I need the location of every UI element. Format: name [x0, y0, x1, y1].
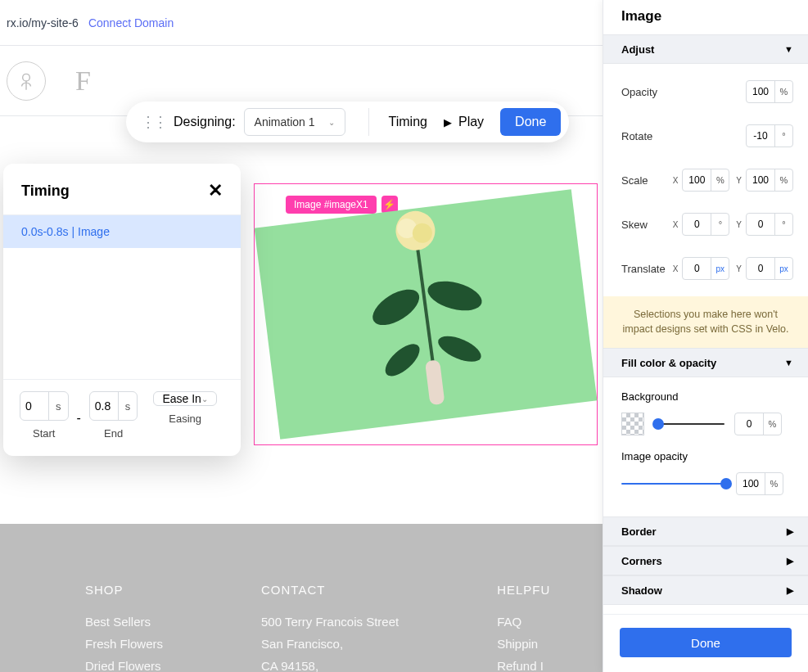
- element-tag[interactable]: Image #imageX1: [286, 196, 377, 214]
- drag-handle-icon[interactable]: ⋮⋮: [141, 113, 165, 131]
- range-dash: -: [77, 411, 81, 426]
- inspector-done-button[interactable]: Done: [620, 628, 792, 657]
- background-opacity-slider[interactable]: [654, 423, 724, 425]
- svg-point-0: [23, 74, 30, 81]
- x-label: X: [673, 264, 679, 273]
- velo-notice: Selections you make here won't impact de…: [603, 296, 808, 348]
- background-opacity-value[interactable]: [735, 418, 763, 430]
- image-opacity-slider[interactable]: [621, 483, 726, 485]
- designing-label: Designing:: [174, 115, 236, 129]
- slider-thumb[interactable]: [652, 418, 664, 430]
- background-opacity-input[interactable]: %: [734, 413, 782, 435]
- rotate-input[interactable]: °: [746, 124, 793, 147]
- footer-text: CA 94158,: [261, 659, 399, 672]
- easing-label: Easing: [169, 413, 201, 425]
- animation-select-value: Animation 1: [255, 115, 315, 129]
- opacity-value[interactable]: [747, 86, 774, 97]
- section-border-head[interactable]: Border ▶: [603, 516, 808, 546]
- easing-value: Ease In: [162, 392, 201, 405]
- footer-links-title: HELPFU: [497, 583, 550, 597]
- footer-link[interactable]: Shippin: [497, 637, 550, 651]
- site-logo-icon: [7, 61, 46, 101]
- unit-seconds: s: [48, 392, 68, 420]
- scale-y-input[interactable]: %: [746, 169, 793, 192]
- timing-button[interactable]: Timing: [389, 115, 427, 129]
- section-fill-head[interactable]: Fill color & opacity ▼: [603, 348, 808, 377]
- brand-letter: F: [75, 65, 91, 97]
- triangle-down-icon: ▼: [784, 358, 793, 368]
- x-label: X: [673, 176, 679, 185]
- scale-x-value[interactable]: [683, 174, 711, 186]
- image-opacity-value[interactable]: [737, 478, 765, 489]
- rotate-value[interactable]: [747, 130, 774, 142]
- y-label: Y: [736, 176, 742, 185]
- toolbar-done-button[interactable]: Done: [500, 108, 561, 136]
- end-time-input[interactable]: s: [89, 391, 138, 421]
- translate-x-input[interactable]: px: [682, 257, 729, 280]
- footer-link[interactable]: Best Sellers: [85, 615, 163, 629]
- skew-x-value[interactable]: [683, 219, 711, 230]
- footer-link[interactable]: Dried Flowers: [85, 659, 163, 672]
- y-label: Y: [736, 220, 742, 229]
- chevron-down-icon: ⌄: [328, 118, 335, 127]
- rotate-label: Rotate: [621, 130, 652, 142]
- unit-seconds: s: [118, 392, 138, 420]
- connect-domain-link[interactable]: Connect Domain: [88, 16, 174, 29]
- scale-y-value[interactable]: [747, 174, 774, 186]
- slider-thumb[interactable]: [720, 478, 732, 489]
- footer-links-col: HELPFU FAQ Shippin Refund I: [497, 583, 550, 672]
- close-icon[interactable]: ✕: [208, 180, 223, 201]
- svg-point-5: [435, 331, 485, 367]
- skew-y-input[interactable]: °: [746, 213, 793, 236]
- chevron-down-icon: ⌄: [201, 395, 208, 404]
- footer-link[interactable]: FAQ: [497, 615, 550, 629]
- opacity-label: Opacity: [621, 86, 657, 98]
- x-label: X: [673, 220, 679, 229]
- easing-select[interactable]: Ease In ⌄: [153, 391, 216, 406]
- skew-x-input[interactable]: °: [682, 213, 729, 236]
- footer-shop-col: SHOP Best Sellers Fresh Flowers Dried Fl…: [85, 583, 163, 672]
- end-time-value[interactable]: [90, 399, 118, 413]
- timing-panel: Timing ✕ 0.0s-0.8s | Image s Start - s E…: [3, 164, 241, 456]
- play-icon: ▶: [444, 116, 452, 129]
- footer-link[interactable]: Refund I: [497, 659, 550, 672]
- flower-illustration: [338, 189, 510, 418]
- translate-x-value[interactable]: [683, 263, 711, 274]
- editor-toolbar: ⋮⋮ Designing: Animation 1 ⌄ Timing ▶ Pla…: [126, 101, 569, 142]
- background-swatch[interactable]: [621, 413, 644, 435]
- footer-text: San Francisco,: [261, 637, 399, 651]
- section-shadow-head[interactable]: Shadow ▶: [603, 575, 808, 605]
- animation-select[interactable]: Animation 1 ⌄: [244, 108, 345, 136]
- translate-y-value[interactable]: [747, 263, 774, 274]
- start-time-value[interactable]: [20, 399, 48, 413]
- scale-x-input[interactable]: %: [682, 169, 729, 192]
- site-url: rx.io/my-site-6: [7, 16, 79, 29]
- footer-text: 500 Terry Francois Street: [261, 615, 399, 629]
- start-label: Start: [33, 427, 55, 440]
- image-content: [255, 189, 598, 440]
- inspector-panel: Image Adjust ▼ Opacity % Rotate ° Scale …: [603, 0, 808, 672]
- image-opacity-input[interactable]: %: [736, 472, 783, 495]
- triangle-right-icon: ▶: [787, 585, 793, 596]
- triangle-right-icon: ▶: [787, 526, 793, 537]
- section-corners-head[interactable]: Corners ▶: [603, 546, 808, 575]
- opacity-input[interactable]: %: [746, 80, 793, 103]
- section-adjust-body: Opacity % Rotate ° Scale X % Y: [603, 64, 808, 296]
- y-label: Y: [736, 264, 742, 273]
- scale-label: Scale: [621, 174, 648, 187]
- separator: [368, 108, 369, 136]
- skew-y-value[interactable]: [747, 219, 774, 230]
- end-label: End: [104, 427, 123, 440]
- play-button[interactable]: ▶ Play: [444, 115, 484, 129]
- start-time-input[interactable]: s: [20, 391, 69, 421]
- timing-panel-title: Timing: [21, 183, 70, 200]
- footer-shop-title: SHOP: [85, 583, 163, 597]
- svg-rect-6: [425, 359, 445, 405]
- footer-contact-title: CONTACT: [261, 583, 399, 597]
- selected-image-frame[interactable]: Image #imageX1 ⚡: [254, 183, 598, 445]
- keyframe-row[interactable]: 0.0s-0.8s | Image: [3, 215, 241, 248]
- footer-link[interactable]: Fresh Flowers: [85, 637, 163, 651]
- section-adjust-head[interactable]: Adjust ▼: [603, 34, 808, 64]
- footer-contact-col: CONTACT 500 Terry Francois Street San Fr…: [261, 583, 399, 672]
- translate-y-input[interactable]: px: [746, 257, 793, 280]
